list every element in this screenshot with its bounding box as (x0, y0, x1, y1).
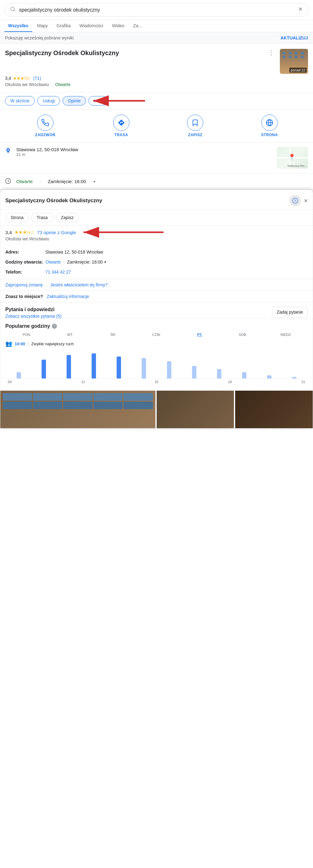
hours-open-status[interactable]: Otwarte (16, 179, 33, 184)
more-options-icon[interactable]: ⋮ (266, 49, 276, 56)
busy-info-row: 👥 10:00 : Zwykle największy ruch (5, 339, 308, 350)
tab-za[interactable]: Za... (130, 20, 146, 32)
window-8 (301, 56, 304, 58)
tab-wiadomosci[interactable]: Wiadomości (76, 20, 107, 32)
bar-12 (92, 353, 96, 378)
mini-map[interactable]: 📍 Tadeusza Rei... (277, 147, 308, 169)
svg-line-1 (14, 10, 15, 11)
open-status-badge[interactable]: Otwarte (55, 82, 70, 87)
popular-hours-title: Popularne godziny (5, 323, 50, 329)
pill-w-skrocie[interactable]: W skrócie (5, 96, 35, 105)
bar-chart (5, 350, 308, 379)
overlay-hours-label: Godziny otwarcia: (5, 259, 43, 265)
photo-1[interactable] (0, 391, 155, 428)
tab-wszystko[interactable]: Wszystko (4, 20, 32, 32)
thumb-label: ponad 12 (289, 68, 307, 73)
bar-group-18 (232, 372, 256, 378)
help-icon[interactable]: ? (52, 324, 57, 329)
tab-mapy[interactable]: Mapy (33, 20, 51, 32)
ask-question-button[interactable]: Zadaj pytanie (272, 307, 308, 317)
photo-3-bg (235, 391, 313, 428)
bar-10 (42, 360, 46, 378)
pill-uslugi[interactable]: Usługi (37, 96, 60, 105)
day-pt[interactable]: PT. (194, 333, 206, 337)
bar-09-1 (16, 372, 21, 378)
overlay-review-count-text: 73 opinie z Google (37, 230, 76, 235)
clock-icon (5, 178, 11, 185)
website-icon-circle (262, 115, 278, 131)
save-label: ZAPISZ (188, 133, 203, 137)
bar-16 (192, 366, 196, 378)
action-pills-row: W skrócie Usługi Opinie Infor (5, 96, 308, 105)
overlay-header: Specjalistyczny Ośrodek Okulistyczny × (0, 190, 313, 210)
win (33, 402, 63, 409)
map-text: Tadeusza Rei... (287, 164, 307, 167)
day-czw[interactable]: CZW. (150, 333, 163, 337)
website-button[interactable]: STRONA (261, 115, 278, 137)
overlay-address-label: Adres: (5, 249, 43, 254)
tab-wideo[interactable]: Wideo (108, 20, 128, 32)
search-bar-container (0, 0, 313, 20)
overlay-phone-value[interactable]: 71 344 42 27 (45, 270, 71, 275)
know-place-row: Znasz to miejsce? Zaktualizuj informacje (0, 291, 313, 302)
phone-icon (42, 119, 49, 126)
business-title: Specjalistyczny Ośrodek Okulistyczny (5, 49, 266, 57)
suggest-change-link[interactable]: Zaproponuj zmianę (5, 282, 43, 287)
save-button[interactable]: ZAPISZ (187, 115, 203, 137)
owner-link[interactable]: Jesteś właścicielem tej firmy? (50, 282, 108, 287)
map-pin-icon: 📍 (288, 153, 296, 161)
update-bar-text: Pokazuję wcześniej pobrane wyniki (5, 35, 73, 40)
chart-label-15: 15 (154, 380, 158, 384)
overlay-review-link[interactable]: 73 opinie z Google (37, 230, 76, 235)
day-niedz[interactable]: NIEDZ. (280, 333, 292, 337)
photo-2[interactable] (156, 391, 234, 428)
pill-opinie[interactable]: Opinie (63, 96, 86, 105)
busy-time: 10:00 (15, 341, 25, 346)
review-count[interactable]: (71) (33, 76, 41, 81)
overlay-trasa-button[interactable]: Trasa (31, 213, 53, 222)
chart-label-18: 18 (228, 380, 232, 384)
overlay-address-value: Stawowa 12, 50-018 Wrocław (45, 249, 103, 254)
business-thumbnail[interactable]: ponad 12 (280, 49, 308, 74)
bar-13 (117, 356, 121, 378)
tabs-row: Wszystko Mapy Grafika Wiadomości Wideo Z… (0, 20, 313, 32)
call-button[interactable]: ZADZWOŃ (35, 115, 55, 137)
business-category: Okulista we Wrocławiu (5, 82, 49, 87)
window-3 (294, 52, 298, 55)
overlay-strona-button[interactable]: Strona (5, 213, 29, 222)
overlay-info-section: Adres: Stawowa 12, 50-018 Wrocław Godzin… (0, 245, 313, 279)
tab-grafika[interactable]: Grafika (53, 20, 74, 32)
win (3, 393, 32, 401)
icon-buttons-row: ZADZWOŃ TRASA ZAPISZ STRONA (0, 110, 313, 143)
photo-1-windows (0, 391, 155, 428)
overlay-zapisz-button[interactable]: Zapisz (56, 213, 79, 222)
day-wt[interactable]: WT. (64, 333, 76, 337)
search-input[interactable] (19, 7, 294, 13)
update-link[interactable]: AKTUALIZUJ (280, 35, 308, 40)
red-arrow-icon (89, 93, 148, 108)
qa-see-all-link[interactable]: Zobacz wszystkie pytania (5) (5, 314, 62, 319)
photos-row (0, 391, 313, 428)
search-bar[interactable] (4, 3, 309, 17)
day-sr[interactable]: ŚR. (107, 333, 119, 337)
overlay-hours-open[interactable]: Otwarte (46, 259, 61, 265)
overlay-suggest-links: Zaproponuj zmianę · Jesteś właścicielem … (0, 279, 313, 291)
overlay-panel: Specjalistyczny Ośrodek Okulistyczny × S… (0, 190, 313, 429)
directions-button[interactable]: TRASA (113, 115, 130, 137)
location-pin-icon (5, 148, 11, 155)
links-separator: · (46, 282, 47, 287)
day-sob[interactable]: SOB. (237, 333, 249, 337)
day-pon[interactable]: PON. (21, 333, 33, 337)
hours-chevron-icon[interactable]: ▾ (94, 179, 95, 184)
close-overlay-button[interactable]: × (304, 197, 308, 205)
overlay-hours-dropdown[interactable]: ▾ (104, 259, 106, 265)
close-icon[interactable] (298, 6, 303, 13)
pill-opinie-label: Opinie (68, 98, 80, 103)
popular-hours-title-row: Popularne godziny ? (5, 323, 308, 329)
update-info-link[interactable]: Zaktualizuj informacje (46, 294, 89, 299)
photo-3[interactable] (235, 391, 313, 428)
globe-icon (266, 119, 273, 126)
call-icon-circle (37, 115, 54, 131)
overlay-address-row: Adres: Stawowa 12, 50-018 Wrocław (5, 247, 308, 257)
address-distance: 21 m (16, 152, 272, 157)
